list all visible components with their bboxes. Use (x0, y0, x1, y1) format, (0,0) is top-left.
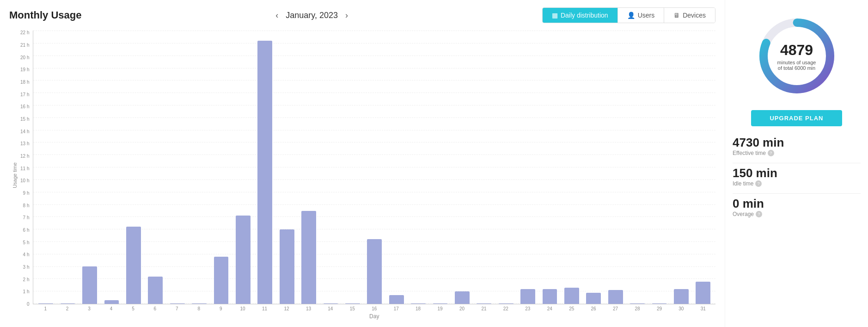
bar[interactable] (170, 303, 185, 304)
bar[interactable] (586, 293, 601, 304)
bar[interactable] (61, 303, 75, 304)
x-tick: 12 (276, 306, 297, 311)
x-tick: 6 (145, 306, 165, 311)
bar-col (605, 31, 626, 304)
bar-col (101, 31, 122, 304)
bar-col (539, 31, 560, 304)
x-tick: 16 (364, 306, 385, 311)
bar[interactable] (608, 290, 623, 304)
tab-devices[interactable]: 🖥 Devices (664, 8, 715, 23)
x-tick: 22 (495, 306, 516, 311)
x-tick: 7 (166, 306, 187, 311)
chart-section: Monthly Usage ‹ January, 2023 › ▦ Daily … (0, 0, 725, 327)
bar[interactable] (411, 303, 426, 304)
y-tick: 21 h (20, 43, 29, 48)
stat-effective-time: 4730 min Effective time ? (733, 136, 861, 156)
y-tick: 4 h (23, 253, 30, 257)
bar[interactable] (38, 303, 53, 304)
bar[interactable] (82, 266, 97, 304)
bar[interactable] (520, 289, 535, 304)
y-tick: 12 h (20, 154, 29, 159)
bar[interactable] (433, 303, 448, 304)
prev-month-button[interactable]: ‹ (275, 11, 278, 20)
x-tick: 29 (649, 306, 670, 311)
bar[interactable] (389, 295, 404, 304)
bar-col (189, 31, 209, 304)
y-tick: 5 h (23, 241, 30, 245)
y-tick: 19 h (20, 68, 29, 72)
bar[interactable] (126, 227, 141, 304)
bar[interactable] (280, 229, 294, 304)
bar[interactable] (630, 303, 645, 304)
y-axis-label: Usage time (12, 162, 18, 188)
x-tick: 25 (561, 306, 582, 311)
bar-col (561, 31, 582, 304)
y-tick: 13 h (20, 142, 29, 146)
y-tick: 14 h (20, 130, 29, 134)
bar[interactable] (257, 41, 272, 304)
y-tick: 6 h (23, 228, 30, 233)
x-tick: 20 (452, 306, 472, 311)
upgrade-plan-button[interactable]: UPGRADE PLAN (751, 110, 842, 126)
tab-users[interactable]: 👤 Users (618, 8, 665, 23)
donut-text: 4879 minutes of usage of total 6000 min (777, 42, 816, 71)
bar[interactable] (236, 216, 251, 304)
bars-area (33, 31, 715, 304)
bar[interactable] (674, 289, 689, 304)
bar[interactable] (652, 303, 667, 304)
bar-col (35, 31, 56, 304)
y-tick: 11 h (20, 167, 29, 171)
bar[interactable] (543, 289, 557, 304)
y-tick: 10 h (20, 179, 29, 183)
bar-col (627, 31, 648, 304)
bar[interactable] (696, 282, 710, 304)
x-tick: 30 (671, 306, 691, 311)
y-tick: 17 h (20, 93, 29, 97)
chart-with-yaxis: 01 h2 h3 h4 h5 h6 h7 h8 h9 h10 h11 h12 h… (20, 31, 715, 320)
bar-col (430, 31, 451, 304)
x-tick: 15 (342, 306, 363, 311)
bar[interactable] (192, 303, 207, 304)
bar-col (495, 31, 516, 304)
bar[interactable] (301, 211, 316, 304)
bar[interactable] (477, 303, 491, 304)
bar-col (298, 31, 319, 304)
y-tick: 0 (27, 302, 30, 307)
x-tick: 9 (210, 306, 231, 311)
bar[interactable] (455, 291, 470, 304)
bar-col (693, 31, 714, 304)
tab-bar: ▦ Daily distribution 👤 Users 🖥 Devices (542, 7, 715, 23)
bar-col (408, 31, 428, 304)
stat-overage: 0 min Overage ? (733, 197, 861, 217)
month-label: January, 2023 (286, 11, 338, 20)
x-tick: 26 (583, 306, 604, 311)
next-month-button[interactable]: › (345, 11, 348, 20)
bar[interactable] (499, 303, 513, 304)
bar[interactable] (324, 303, 338, 304)
bar[interactable] (345, 303, 360, 304)
idle-time-help-icon[interactable]: ? (755, 180, 762, 187)
bar-col (145, 31, 166, 304)
bar[interactable] (214, 257, 229, 304)
device-icon: 🖥 (673, 12, 680, 19)
donut-number: 4879 (777, 42, 816, 59)
overage-help-icon[interactable]: ? (756, 211, 762, 217)
bar[interactable] (104, 300, 119, 304)
stats-panel: 4730 min Effective time ? 150 min Idle t… (733, 136, 861, 224)
tab-daily-distribution[interactable]: ▦ Daily distribution (543, 8, 618, 23)
bar[interactable] (564, 288, 579, 304)
bar[interactable] (148, 277, 163, 304)
y-tick: 15 h (20, 117, 29, 122)
effective-time-help-icon[interactable]: ? (768, 150, 774, 156)
bar-col (517, 31, 538, 304)
donut-sub2: of total 6000 min (777, 65, 816, 71)
x-ticks: 1234567891011121314151617181920212223242… (33, 304, 715, 311)
bar-col (583, 31, 604, 304)
bar[interactable] (367, 239, 382, 304)
bar-col (123, 31, 144, 304)
bars-container: 1234567891011121314151617181920212223242… (33, 31, 715, 320)
bar-col (649, 31, 670, 304)
stat-idle-time: 150 min Idle time ? (733, 166, 861, 187)
donut-sub1: minutes of usage (777, 60, 816, 65)
bar-col (386, 31, 407, 304)
